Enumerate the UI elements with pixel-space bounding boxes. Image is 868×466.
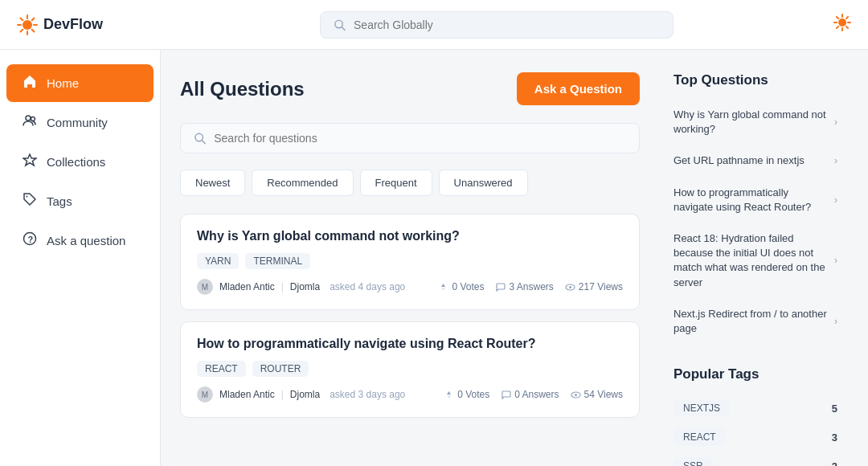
filter-newest[interactable]: Newest [180,170,245,196]
filter-unanswered[interactable]: Unanswered [439,170,528,196]
tag-count: 5 [832,403,837,415]
top-question-item[interactable]: React 18: Hydration failed because the i… [674,223,837,299]
svg-line-7 [32,18,35,20]
search-icon [334,18,346,31]
chevron-right-icon: › [834,255,837,266]
svg-marker-22 [23,154,36,166]
filter-frequent[interactable]: Frequent [360,170,432,196]
answers-stat: 3 Answers [495,281,553,292]
svg-point-23 [27,196,28,198]
sidebar-item-community-label: Community [47,116,108,129]
right-panel: Top Questions Why is Yarn global command… [659,50,852,466]
questions-search-bar[interactable] [180,123,640,153]
sidebar-item-ask-label: Ask a question [47,234,125,247]
tag-count: 2 [832,460,837,466]
popular-tag-row: SSR 2 [674,452,837,466]
meta-stats: 0 Votes 3 Answers 217 Views [438,281,623,292]
svg-line-16 [837,16,838,18]
sidebar-item-home-label: Home [47,76,79,90]
theme-toggle-icon[interactable] [833,13,852,37]
sidebar-item-ask[interactable]: ? Ask a question [6,222,154,260]
page-title: All Questions [180,78,305,100]
svg-line-27 [202,141,205,144]
tag[interactable]: ROUTER [252,361,309,377]
top-question-item[interactable]: Why is Yarn global command not working? … [674,100,837,145]
sidebar-item-tags[interactable]: Tags [6,182,154,220]
svg-line-17 [846,27,848,28]
popular-tag-row: REACT 3 [674,423,837,452]
chevron-right-icon: › [834,194,837,206]
chevron-right-icon: › [834,117,837,128]
chevron-right-icon: › [834,155,837,166]
filter-tabs: Newest Recommended Frequent Unanswered [180,170,640,196]
tag[interactable]: REACT [197,361,246,377]
popular-tag-row: NEXTJS 5 [674,394,837,423]
svg-point-29 [569,286,571,288]
tag[interactable]: YARN [197,253,239,269]
avatar: M [197,386,213,403]
votes-stat: 0 Votes [444,389,489,400]
question-meta: M Mladen Antic | Djomla asked 4 days ago… [197,279,623,295]
global-search-bar[interactable] [320,11,674,39]
logo-text: DevFlow [43,16,103,33]
logo-icon [16,14,39,36]
svg-line-18 [846,16,848,18]
popular-tag[interactable]: SSR [674,457,713,466]
question-meta: M Mladen Antic | Djomla asked 3 days ago… [197,386,623,403]
collaborator-name: Djomla [290,389,320,400]
sidebar-item-collections-label: Collections [47,155,105,169]
collaborator-name: Djomla [290,281,320,292]
questions-search-icon [194,132,206,145]
community-icon [23,113,37,132]
avatar: M [197,279,213,295]
popular-tags-title: Popular Tags [674,366,837,382]
question-tags: REACT ROUTER [197,361,623,377]
filter-recommended[interactable]: Recommended [252,170,353,196]
question-title[interactable]: Why is Yarn global command not working? [197,229,623,243]
question-card: How to programmatically navigate using R… [180,321,640,418]
svg-point-21 [31,117,35,121]
top-questions-title: Top Questions [674,72,837,88]
tag-count: 3 [832,431,837,444]
svg-point-11 [838,18,846,27]
svg-line-10 [342,27,345,30]
popular-tag[interactable]: REACT [674,428,726,446]
sidebar-item-tags-label: Tags [47,194,72,208]
question-card: Why is Yarn global command not working? … [180,214,640,310]
logo: DevFlow [16,14,161,36]
popular-tag[interactable]: NEXTJS [674,399,730,417]
question-title[interactable]: How to programmatically navigate using R… [197,337,623,351]
views-stat: 217 Views [565,281,623,292]
global-search-input[interactable] [354,18,660,31]
votes-stat: 0 Votes [438,281,484,292]
svg-line-19 [837,27,838,28]
sidebar-item-home[interactable]: Home [6,64,154,102]
top-question-item[interactable]: How to programmatically navigate using R… [674,178,837,223]
top-question-item[interactable]: Next.js Redirect from / to another page … [674,299,837,344]
svg-text:?: ? [28,235,34,244]
sidebar-item-collections[interactable]: Collections [6,143,154,181]
sidebar-nav: Home Community Collections Tags [0,63,160,458]
sidebar: Home Community Collections Tags [0,50,161,466]
answers-stat: 0 Answers [501,389,559,400]
ask-icon: ? [23,231,37,250]
tags-icon [23,192,37,211]
asked-time: asked 3 days ago [330,389,405,400]
sidebar-item-community[interactable]: Community [6,104,154,141]
ask-question-button[interactable]: Ask a Question [517,72,640,105]
sidebar-bottom: Log In Sign Up [0,458,160,466]
questions-search-input[interactable] [214,132,626,145]
questions-header: All Questions Ask a Question [180,72,640,105]
home-icon [23,74,37,92]
svg-line-6 [32,29,35,31]
svg-point-20 [26,116,31,121]
top-question-item[interactable]: Get URL pathname in nextjs › [674,145,837,177]
layout: Home Community Collections Tags [0,50,868,466]
views-stat: 54 Views [571,389,623,400]
meta-stats: 0 Votes 0 Answers 54 Views [444,389,623,400]
question-tags: YARN TERMINAL [197,253,623,269]
tag[interactable]: TERMINAL [245,253,310,269]
meta-separator: | [281,281,284,292]
author-name: Mladen Antic [219,281,275,292]
topnav: DevFlow [0,0,868,50]
